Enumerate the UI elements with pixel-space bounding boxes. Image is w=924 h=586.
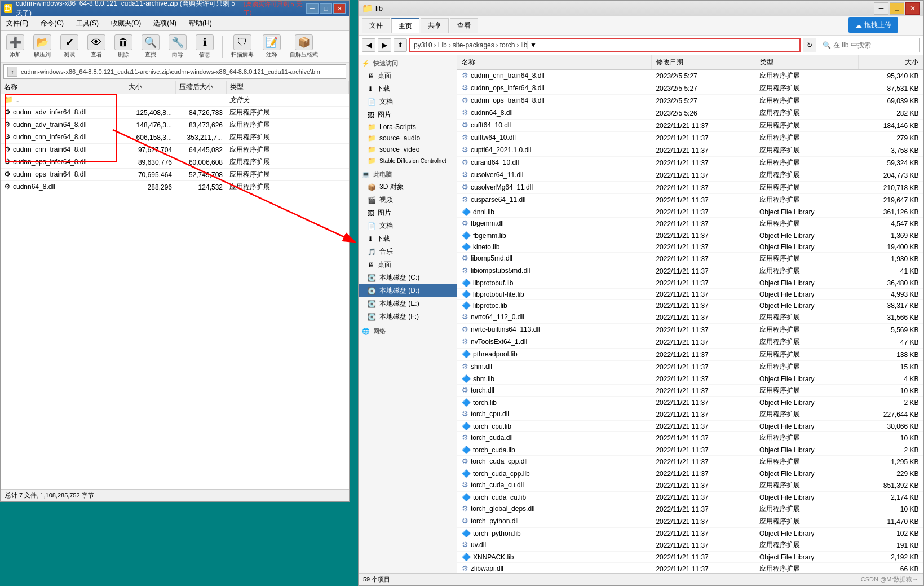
right-table-row[interactable]: ⚙torch_cpu.dll2022/11/21 11:37应用程序扩展227,… xyxy=(457,408,923,421)
nav-docs[interactable]: 📄 文档 xyxy=(359,95,457,108)
menu-command[interactable]: 命令(C) xyxy=(37,17,67,29)
right-table-row[interactable]: ⚙nvrtc64_112_0.dll2022/11/21 11:37应用程序扩展… xyxy=(457,311,923,324)
right-table-row[interactable]: ⚙shm.dll2022/11/21 11:37应用程序扩展15 KB xyxy=(457,361,923,373)
menu-file[interactable]: 文件(F) xyxy=(3,17,32,29)
address-dropdown[interactable]: ▼ xyxy=(527,41,538,49)
nav-disk-e[interactable]: 💽 本地磁盘 (E:) xyxy=(359,297,457,310)
toolbar-add[interactable]: ➕ 添加 xyxy=(4,33,26,60)
right-table-row[interactable]: 🔷pthreadpool.lib2022/11/21 11:37应用程序扩展13… xyxy=(457,349,923,361)
right-minimize-button[interactable]: ─ xyxy=(874,2,888,15)
nav-videos[interactable]: 🎬 视频 xyxy=(359,193,457,206)
left-table-row[interactable]: ⚙cudnn_cnn_train64_8.dll97,627,70464,445… xyxy=(1,144,349,156)
right-table-row[interactable]: ⚙libomp5md.dll2022/11/21 11:37应用程序扩展1,93… xyxy=(457,253,923,265)
nav-desk2[interactable]: 🖥 桌面 xyxy=(359,258,457,271)
address-part-torch[interactable]: torch xyxy=(500,41,515,49)
toolbar-view[interactable]: 👁 查看 xyxy=(85,33,108,60)
nav-disk-c[interactable]: 💽 本地磁盘 (C:) xyxy=(359,271,457,284)
left-table-row[interactable]: 📁..文件夹 xyxy=(1,94,349,107)
nav-forward-button[interactable]: ▶ xyxy=(378,38,391,52)
address-bar[interactable]: py310 › Lib › site-packages › torch › li… xyxy=(409,38,801,52)
right-table-row[interactable]: ⚙torch_cuda.dll2022/11/21 11:37应用程序扩展10 … xyxy=(457,432,923,444)
nav-docs2[interactable]: 📄 文档 xyxy=(359,219,457,232)
right-table-row[interactable]: ⚙torch.dll2022/11/21 11:37应用程序扩展10 KB xyxy=(457,385,923,397)
address-part-sitepackages[interactable]: site-packages xyxy=(453,41,494,49)
right-table-row[interactable]: 🔷torch_python.lib2022/11/21 11:37Object … xyxy=(457,528,923,539)
toolbar-extract[interactable]: 📂 解压到 xyxy=(31,33,54,60)
left-table-row[interactable]: ⚙cudnn_cnn_infer64_8.dll606,158,3...353,… xyxy=(1,131,349,144)
right-table-row[interactable]: 🔷torch.lib2022/11/21 11:37Object File Li… xyxy=(457,397,923,408)
left-table-row[interactable]: ⚙cudnn_ops_train64_8.dll70,695,46452,749… xyxy=(1,169,349,181)
left-table-row[interactable]: ⚙cudnn_ops_infer64_8.dll89,630,77660,006… xyxy=(1,156,349,169)
toolbar-find[interactable]: 🔍 查找 xyxy=(139,33,162,60)
address-part-lib[interactable]: Lib xyxy=(438,41,447,49)
right-table-row[interactable]: ⚙torch_python.dll2022/11/21 11:37应用程序扩展1… xyxy=(457,515,923,528)
nav-pics2[interactable]: 🖼 图片 xyxy=(359,206,457,219)
right-table-row[interactable]: 🔷libprotoc.lib2022/11/21 11:37Object Fil… xyxy=(457,300,923,311)
right-table-row[interactable]: 🔷torch_cpu.lib2022/11/21 11:37Object Fil… xyxy=(457,421,923,432)
right-table-row[interactable]: ⚙cufftw64_10.dll2022/11/21 11:37应用程序扩展27… xyxy=(457,132,923,144)
tab-file[interactable]: 文件 xyxy=(362,18,390,33)
nav-dl2[interactable]: ⬇ 下载 xyxy=(359,232,457,245)
right-close-button[interactable]: ✕ xyxy=(905,2,920,15)
right-table-row[interactable]: ⚙cudnn_ops_infer64_8.dll2023/2/5 5:27应用程… xyxy=(457,82,923,95)
toolbar-scan[interactable]: 🛡 扫描病毒 xyxy=(229,33,256,60)
nav-sd[interactable]: 📁 Stable Diffusion Controlnet xyxy=(359,155,457,166)
right-table-row[interactable]: ⚙zlibwapi.dll2022/11/21 11:37应用程序扩展66 KB xyxy=(457,563,923,574)
nav-3d[interactable]: 📦 3D 对象 xyxy=(359,180,457,193)
nav-lora[interactable]: 📁 Lora-Scripts xyxy=(359,121,457,133)
right-table-row[interactable]: ⚙cusolver64_11.dll2022/11/21 11:37应用程序扩展… xyxy=(457,169,923,182)
menu-options[interactable]: 选项(N) xyxy=(150,17,180,29)
nav-disk-d[interactable]: 💽 本地磁盘 (D:) xyxy=(359,284,457,297)
right-table-row[interactable]: 🔷XNNPACK.lib2022/11/21 11:37Object File … xyxy=(457,552,923,563)
right-table-row[interactable]: 🔷libprotobuf.lib2022/11/21 11:37Object F… xyxy=(457,277,923,289)
nav-up-button[interactable]: ⬆ xyxy=(394,38,407,52)
right-table-row[interactable]: 🔷dnnl.lib2022/11/21 11:37Object File Lib… xyxy=(457,206,923,218)
right-table-row[interactable]: ⚙cupti64_2021.1.0.dll2022/11/21 11:37应用程… xyxy=(457,144,923,157)
minimize-button[interactable]: ─ xyxy=(306,3,319,14)
right-table-row[interactable]: 🔷fbgemm.lib2022/11/21 11:37Object File L… xyxy=(457,230,923,241)
nav-download[interactable]: ⬇ 下载 xyxy=(359,82,457,95)
toolbar-info[interactable]: ℹ 信息 xyxy=(193,33,216,60)
left-table-row[interactable]: ⚙cudnn_adv_train64_8.dll148,476,3...83,4… xyxy=(1,119,349,131)
address-part-py310[interactable]: py310 xyxy=(414,41,432,49)
right-table-row[interactable]: 🔷shm.lib2022/11/21 11:37Object File Libr… xyxy=(457,373,923,385)
toolbar-sfx[interactable]: 📦 自解压格式 xyxy=(288,33,320,60)
right-table-row[interactable]: 🔷libprotobuf-lite.lib2022/11/21 11:37Obj… xyxy=(457,289,923,300)
right-table-row[interactable]: 🔷torch_cuda_cpp.lib2022/11/21 11:37Objec… xyxy=(457,468,923,479)
tab-view[interactable]: 查看 xyxy=(450,18,478,33)
left-table-row[interactable]: ⚙cudnn64_8.dll288,296124,532应用程序扩展 xyxy=(1,181,349,193)
right-table-row[interactable]: ⚙nvrtc-builtins64_113.dll2022/11/21 11:3… xyxy=(457,324,923,336)
nav-pictures[interactable]: 🖼 图片 xyxy=(359,108,457,121)
right-table-row[interactable]: ⚙libiompstubs5md.dll2022/11/21 11:37应用程序… xyxy=(457,265,923,277)
right-table-row[interactable]: ⚙fbgemm.dll2022/11/21 11:37应用程序扩展4,547 K… xyxy=(457,218,923,230)
right-table-row[interactable]: ⚙cudnn_cnn_train64_8.dll2023/2/5 5:27应用程… xyxy=(457,70,923,82)
menu-favorites[interactable]: 收藏夹(O) xyxy=(108,17,144,29)
nav-video[interactable]: 📁 source_video xyxy=(359,144,457,155)
nav-back-button[interactable]: ◀ xyxy=(362,38,375,52)
right-table-row[interactable]: ⚙torch_global_deps.dll2022/11/21 11:37应用… xyxy=(457,503,923,515)
menu-help[interactable]: 帮助(H) xyxy=(185,17,215,29)
right-table-row[interactable]: 🔷torch_cuda.lib2022/11/21 11:37Object Fi… xyxy=(457,444,923,456)
toolbar-comment[interactable]: 📝 注释 xyxy=(260,33,283,60)
tab-home[interactable]: 主页 xyxy=(391,18,419,33)
right-table-row[interactable]: ⚙torch_cuda_cu.dll2022/11/21 11:37应用程序扩展… xyxy=(457,479,923,492)
nav-audio[interactable]: 📁 source_audio xyxy=(359,133,457,144)
right-table-row[interactable]: ⚙cusolverMg64_11.dll2022/11/21 11:37应用程序… xyxy=(457,182,923,194)
nav-music[interactable]: 🎵 音乐 xyxy=(359,245,457,258)
right-table-row[interactable]: ⚙cufft64_10.dll2022/11/21 11:37应用程序扩展184… xyxy=(457,120,923,132)
right-table-row[interactable]: ⚙curand64_10.dll2022/11/21 11:37应用程序扩展59… xyxy=(457,157,923,169)
right-table-row[interactable]: ⚙torch_cuda_cpp.dll2022/11/21 11:37应用程序扩… xyxy=(457,456,923,468)
right-table-row[interactable]: 🔷kineto.lib2022/11/21 11:37Object File L… xyxy=(457,241,923,253)
search-input[interactable] xyxy=(833,41,912,49)
nav-desktop[interactable]: 🖥 桌面 xyxy=(359,69,457,82)
toolbar-wizard[interactable]: 🔧 向导 xyxy=(166,33,189,60)
toolbar-test[interactable]: ✔ 测试 xyxy=(58,33,81,60)
right-table-row[interactable]: ⚙cusparse64_11.dll2022/11/21 11:37应用程序扩展… xyxy=(457,194,923,206)
right-table-row[interactable]: 🔷torch_cuda_cu.lib2022/11/21 11:37Object… xyxy=(457,492,923,503)
path-up-button[interactable]: ↑ xyxy=(7,67,17,77)
refresh-button[interactable]: ↻ xyxy=(803,38,816,52)
menu-tools[interactable]: 工具(S) xyxy=(73,17,102,29)
address-part-lib2[interactable]: lib xyxy=(520,41,527,49)
maximize-button[interactable]: □ xyxy=(320,3,332,14)
right-table-row[interactable]: ⚙uv.dll2022/11/21 11:37应用程序扩展191 KB xyxy=(457,539,923,552)
